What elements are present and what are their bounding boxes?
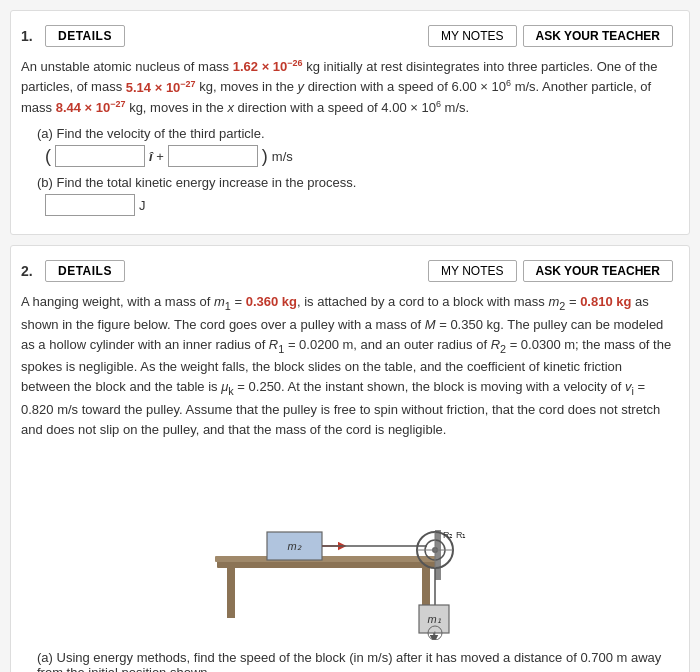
problem-1-part-b-input[interactable] xyxy=(45,194,135,216)
mass-2: 5.14 × 10−27 xyxy=(126,80,196,95)
mass-3: 8.44 × 10−27 xyxy=(56,100,126,115)
problem-1-part-b-input-row: J xyxy=(45,194,673,216)
svg-rect-3 xyxy=(215,556,440,562)
problem-1-ask-teacher-button[interactable]: ASK YOUR TEACHER xyxy=(523,25,673,47)
problem-2-ask-teacher-button[interactable]: ASK YOUR TEACHER xyxy=(523,260,673,282)
svg-text:m₂: m₂ xyxy=(287,540,301,552)
problem-2-part-a-label: (a) Using energy methods, find the speed… xyxy=(37,650,673,672)
problem-1-details-button[interactable]: DETAILS xyxy=(45,25,125,47)
pulley-diagram: m₂ R₂ R₁ m₁ i xyxy=(187,450,507,640)
problem-2: 2. DETAILS MY NOTES ASK YOUR TEACHER A h… xyxy=(10,245,690,672)
svg-text:R₂  R₁: R₂ R₁ xyxy=(443,530,467,540)
problem-1-header-right: MY NOTES ASK YOUR TEACHER xyxy=(428,25,673,47)
problem-2-details-button[interactable]: DETAILS xyxy=(45,260,125,282)
mass-1: 1.62 × 10−26 xyxy=(233,59,303,74)
problem-1-part-a-i-input[interactable] xyxy=(55,145,145,167)
svg-text:m₁: m₁ xyxy=(427,613,440,625)
problem-1: 1. DETAILS MY NOTES ASK YOUR TEACHER An … xyxy=(10,10,690,235)
problem-2-part-a: (a) Using energy methods, find the speed… xyxy=(37,650,673,672)
svg-rect-8 xyxy=(435,530,441,580)
open-paren: ( xyxy=(45,146,51,167)
problem-1-part-a: (a) Find the velocity of the third parti… xyxy=(37,126,673,167)
problem-1-part-b-label: (b) Find the total kinetic energy increa… xyxy=(37,175,673,190)
problem-2-number: 2. xyxy=(21,263,39,279)
problem-2-diagram: m₂ R₂ R₁ m₁ i xyxy=(21,450,673,640)
problem-2-header-right: MY NOTES ASK YOUR TEACHER xyxy=(428,260,673,282)
problem-1-header: 1. DETAILS MY NOTES ASK YOUR TEACHER xyxy=(21,25,673,47)
problem-1-part-a-label: (a) Find the velocity of the third parti… xyxy=(37,126,673,141)
svg-text:i: i xyxy=(434,629,436,638)
i-hat-label: î + xyxy=(149,149,164,164)
problem-1-part-a-unit: m/s xyxy=(272,149,293,164)
problem-1-number: 1. xyxy=(21,28,39,44)
problem-1-part-b: (b) Find the total kinetic energy increa… xyxy=(37,175,673,216)
problem-2-text: A hanging weight, with a mass of m1 = 0.… xyxy=(21,292,673,440)
problem-1-part-b-unit: J xyxy=(139,198,146,213)
problem-2-my-notes-button[interactable]: MY NOTES xyxy=(428,260,516,282)
problem-1-text: An unstable atomic nucleus of mass 1.62 … xyxy=(21,57,673,118)
problem-1-my-notes-button[interactable]: MY NOTES xyxy=(428,25,516,47)
problem-1-part-a-j-input[interactable] xyxy=(168,145,258,167)
problem-2-header: 2. DETAILS MY NOTES ASK YOUR TEACHER xyxy=(21,260,673,282)
svg-rect-1 xyxy=(227,568,235,618)
problem-1-part-a-input-row: ( î + ) m/s xyxy=(45,145,673,167)
close-paren: ) xyxy=(262,146,268,167)
